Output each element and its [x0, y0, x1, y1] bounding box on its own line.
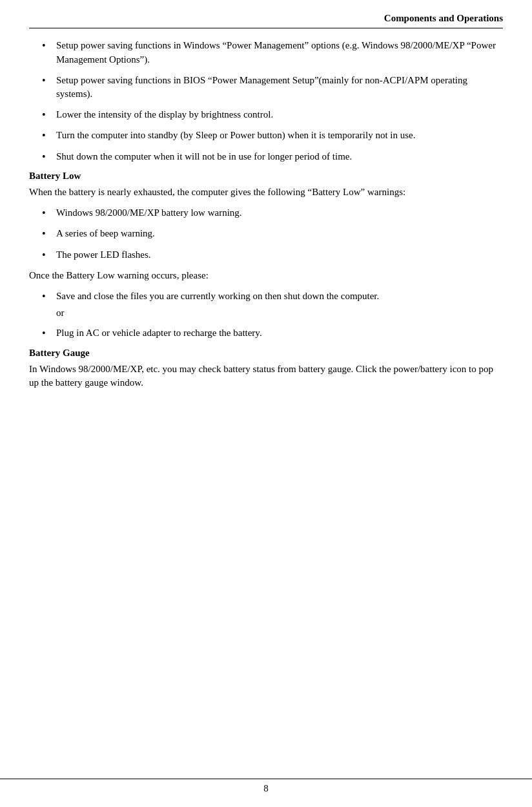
battery-gauge-heading: Battery Gauge [29, 348, 503, 359]
list-item: •The power LED flashes. [29, 248, 503, 262]
bullet-icon: • [42, 206, 54, 220]
list-item: •Save and close the files you are curren… [29, 289, 503, 320]
page-number: 8 [263, 783, 269, 793]
bullet-icon: • [42, 129, 54, 143]
bullet-icon: • [42, 248, 54, 262]
list-item: •A series of beep warning. [29, 227, 503, 241]
list-item: •Setup power saving functions in BIOS “P… [29, 74, 503, 102]
bullet-icon: • [42, 326, 54, 341]
header-title: Components and Operations [384, 13, 503, 23]
sub-or-text: or [56, 306, 503, 320]
battery-low-heading: Battery Low [29, 171, 503, 182]
list-item: •Setup power saving functions in Windows… [29, 39, 503, 67]
battery-gauge-body: In Windows 98/2000/ME/XP, etc. you may c… [29, 362, 503, 391]
page-header: Components and Operations [29, 13, 503, 28]
list-item: •Plug in AC or vehicle adapter to rechar… [29, 326, 503, 341]
bullet-icon: • [42, 39, 54, 53]
battery-low-intro: When the battery is nearly exhausted, th… [29, 185, 503, 200]
battery-low-outro: Once the Battery Low warning occurs, ple… [29, 269, 503, 283]
bullet-icon: • [42, 74, 54, 88]
battery-actions-list: •Save and close the files you are curren… [29, 289, 503, 341]
list-item: •Windows 98/2000/ME/XP battery low warni… [29, 206, 503, 220]
page-footer: 8 [0, 779, 532, 794]
list-item: •Turn the computer into standby (by Slee… [29, 129, 503, 143]
bullet-icon: • [42, 227, 54, 241]
bullet-icon: • [42, 289, 54, 304]
list-item: •Lower the intensity of the display by b… [29, 108, 503, 122]
bullet-icon: • [42, 150, 54, 164]
list-item: •Shut down the computer when it will not… [29, 150, 503, 164]
power-saving-list: •Setup power saving functions in Windows… [29, 39, 503, 164]
battery-warnings-list: •Windows 98/2000/ME/XP battery low warni… [29, 206, 503, 262]
bullet-icon: • [42, 108, 54, 122]
